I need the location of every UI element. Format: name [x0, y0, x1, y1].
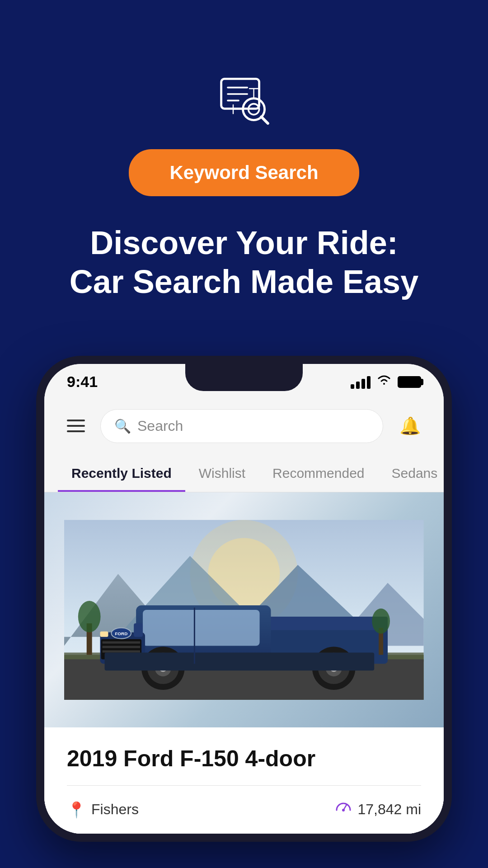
- car-meta: 📍 Fishers 17,842 mi: [67, 799, 421, 820]
- mileage-group: 17,842 mi: [335, 799, 421, 820]
- notch-cutout: [185, 364, 303, 391]
- truck-illustration: FORD: [64, 504, 424, 716]
- keyword-search-button[interactable]: Keyword Search: [129, 149, 359, 196]
- speedometer-icon: [335, 799, 352, 820]
- svg-point-49: [342, 809, 345, 811]
- phone-frame: 9:41: [36, 356, 452, 842]
- status-icons: [351, 375, 421, 389]
- menu-button[interactable]: [62, 415, 89, 437]
- tab-recently-listed[interactable]: Recently Listed: [58, 457, 185, 492]
- svg-rect-29: [103, 650, 141, 652]
- svg-rect-41: [105, 652, 375, 670]
- search-icon: 🔍: [114, 418, 131, 434]
- svg-rect-28: [103, 646, 141, 648]
- svg-line-5: [261, 117, 267, 123]
- status-bar: 9:41: [44, 364, 444, 400]
- svg-rect-22: [262, 617, 388, 630]
- app-header: 🔍 Search 🔔: [44, 400, 444, 452]
- svg-rect-32: [100, 632, 108, 637]
- car-title: 2019 Ford F-150 4-door: [67, 745, 421, 772]
- car-divider: [67, 785, 421, 786]
- tab-recommended[interactable]: Recommended: [259, 457, 378, 492]
- search-placeholder-text: Search: [137, 418, 183, 434]
- headline: Discover Your Ride: Car Search Made Easy: [42, 223, 446, 302]
- signal-icon: [351, 375, 371, 389]
- svg-point-47: [372, 609, 390, 634]
- tab-sedans[interactable]: Sedans: [378, 457, 444, 492]
- svg-rect-24: [143, 610, 260, 646]
- bell-icon: 🔔: [399, 416, 421, 436]
- svg-rect-42: [134, 623, 143, 637]
- location-group: 📍 Fishers: [67, 801, 139, 819]
- location-pin-icon: 📍: [67, 801, 86, 819]
- mileage-text: 17,842 mi: [357, 801, 421, 818]
- wifi-icon: [377, 375, 391, 389]
- search-bar[interactable]: 🔍 Search: [100, 409, 383, 443]
- phone-screen: 9:41: [44, 364, 444, 834]
- top-section: Keyword Search Discover Your Ride: Car S…: [0, 0, 488, 329]
- location-text: Fishers: [91, 801, 139, 818]
- car-info: 2019 Ford F-150 4-door 📍 Fishers: [44, 727, 444, 834]
- tab-wishlist[interactable]: Wishlist: [185, 457, 259, 492]
- app-logo-icon: [217, 72, 271, 127]
- svg-text:FORD: FORD: [115, 631, 127, 636]
- notification-button[interactable]: 🔔: [394, 410, 426, 442]
- tabs-bar: Recently Listed Wishlist Recommended Sed…: [44, 452, 444, 492]
- headline-line1: Discover Your Ride:: [90, 225, 398, 261]
- battery-icon: [398, 376, 421, 388]
- svg-rect-27: [103, 641, 141, 643]
- car-listing[interactable]: FORD: [44, 492, 444, 834]
- car-image: FORD: [44, 492, 444, 727]
- headline-line2: Car Search Made Easy: [70, 264, 418, 300]
- phone-mockup: 9:41: [36, 356, 452, 842]
- status-time: 9:41: [67, 373, 98, 391]
- svg-point-45: [78, 601, 101, 632]
